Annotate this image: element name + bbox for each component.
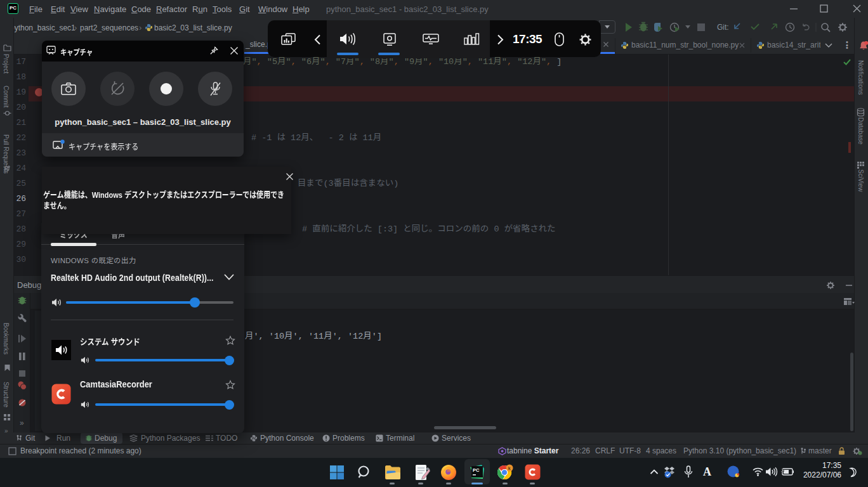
svg-text:Git:: Git: [717,23,729,32]
svg-text:PC: PC [473,467,480,473]
svg-text:k: k [508,466,511,471]
